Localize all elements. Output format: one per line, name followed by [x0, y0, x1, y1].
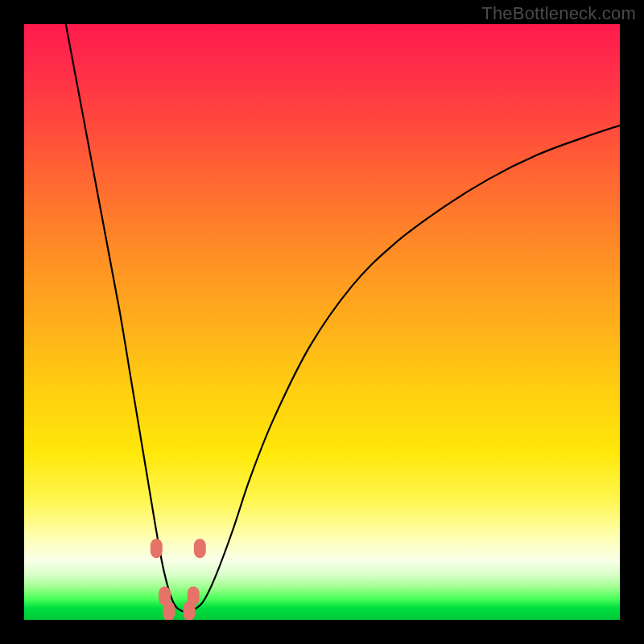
chart-frame: TheBottleneck.com — [0, 0, 644, 644]
curve-marker — [163, 601, 175, 620]
curve-marker — [194, 539, 206, 558]
curve-marker — [151, 539, 163, 558]
plot-area — [24, 24, 620, 620]
bottleneck-curve — [66, 24, 620, 612]
curve-marker — [184, 601, 196, 620]
curve-layer — [24, 24, 620, 620]
watermark-text: TheBottleneck.com — [481, 3, 636, 24]
